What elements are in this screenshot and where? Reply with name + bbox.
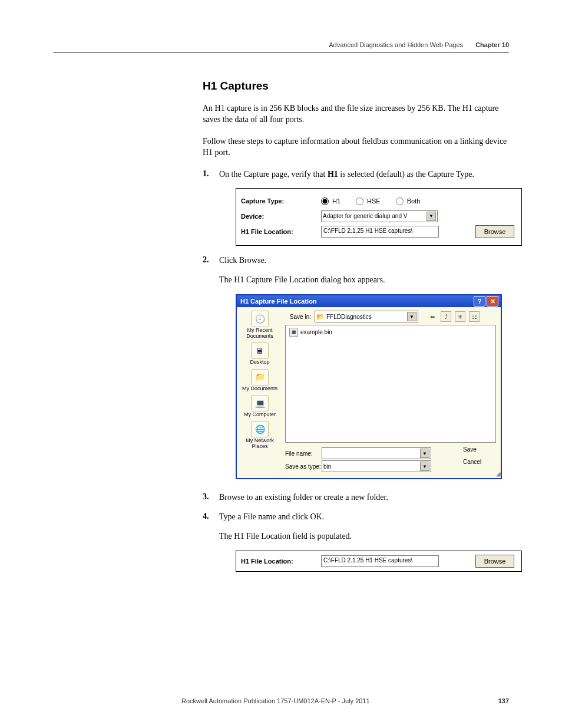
network-icon: 🌐 [251,421,269,437]
step-4: 4. Type a File name and click OK. The H1… [203,512,509,572]
back-icon[interactable]: ⬅ [428,312,437,321]
step-1-text: On the Capture page, verify that H1 is s… [219,169,509,180]
radio-hse-input[interactable] [356,197,363,205]
file-icon: ▦ [289,328,298,337]
up-one-level-icon[interactable]: ⤴ [441,311,451,322]
step-number: 4. [203,512,209,521]
step-number: 1. [203,169,209,179]
dialog-title-text: H1 Capture File Location [240,298,317,305]
section-title: H1 Captures [203,80,509,93]
cancel-button[interactable]: Cancel [463,459,496,469]
computer-icon: 💻 [251,395,269,411]
step-1: 1. On the Capture page, verify that H1 i… [203,169,509,246]
radio-both[interactable]: Both [396,197,421,205]
filename-label: File name: [285,450,322,457]
page-number: 137 [498,697,509,704]
step-number: 2. [203,255,209,265]
publication-info: Rockwell Automation Publication 1757-UM0… [53,697,498,704]
chevron-down-icon: ▼ [420,462,429,471]
device-dropdown[interactable]: Adapter for generic dialup and V ▼ [321,210,438,222]
chevron-down-icon: ▼ [427,212,436,221]
device-label: Device: [241,213,321,220]
save-in-dropdown[interactable]: 📂FFLDDiagnostics ▼ [315,311,418,322]
running-title: Advanced Diagnostics and Hidden Web Page… [329,41,463,48]
place-mynetwork[interactable]: 🌐My Network Places [239,421,280,449]
page-footer: Rockwell Automation Publication 1757-UM0… [53,697,509,704]
intro-paragraph-2: Follow these steps to capture informatio… [203,136,509,159]
step-2-note: The H1 Capture File Location dialog box … [219,275,509,286]
desktop-icon: 🖥 [251,342,269,359]
radio-hse[interactable]: HSE [356,197,381,205]
views-icon[interactable]: ☷ [469,311,480,322]
help-icon[interactable]: ? [474,296,485,307]
new-folder-icon[interactable]: ✳ [455,311,465,322]
step-number: 3. [203,492,209,502]
save-in-label: Save in: [285,314,311,320]
h1-file-location-label-2: H1 File Location: [241,558,321,565]
step-4-text: Type a File name and click OK. [219,512,509,523]
browse-button[interactable]: Browse [475,225,514,238]
radio-h1[interactable]: H1 [321,197,340,205]
place-recent[interactable]: 🕘My Recent Documents [239,311,280,339]
step-2: 2. Click Browse. The H1 Capture File Loc… [203,255,509,479]
capture-settings-panel: Capture Type: H1 HSE Both Device: Adapte… [236,188,522,246]
resize-grip-icon[interactable]: ◢ [496,470,500,477]
h1-file-location-input-2[interactable]: C:\FFLD 2.1.25 H1 HSE captures\ [321,555,439,567]
h1-file-location-label: H1 File Location: [241,228,321,235]
step-3: 3. Browse to an existing folder or creat… [203,492,509,503]
place-mydocs[interactable]: 📁My Documents [239,369,280,391]
recent-icon: 🕘 [251,311,269,327]
radio-both-input[interactable] [396,197,404,205]
file-location-dialog: H1 Capture File Location ? ✕ 🕘My Recent … [236,294,502,479]
save-button[interactable]: Save [463,446,496,457]
h1-file-location-input[interactable]: C:\FFLD 2.1.25 H1 HSE captures\ [321,226,439,238]
save-as-type-dropdown[interactable]: bin ▼ [322,460,431,472]
place-desktop[interactable]: 🖥Desktop [239,342,280,365]
dialog-titlebar: H1 Capture File Location ? ✕ [237,295,501,307]
close-icon[interactable]: ✕ [487,296,498,307]
h1-file-location-panel: H1 File Location: C:\FFLD 2.1.25 H1 HSE … [236,551,522,572]
filename-input[interactable]: ▼ [322,447,431,459]
radio-h1-input[interactable] [321,197,329,205]
place-mycomputer[interactable]: 💻My Computer [239,395,280,417]
step-2-text: Click Browse. [219,255,509,266]
save-as-type-label: Save as type: [285,463,322,470]
step-4-note: The H1 File Location field is populated. [219,531,509,542]
file-list[interactable]: ▦ example.bin [285,325,496,443]
folder-icon: 📂 [316,313,325,320]
list-item[interactable]: ▦ example.bin [289,328,492,337]
step-3-text: Browse to an existing folder or create a… [219,492,509,503]
places-bar: 🕘My Recent Documents 🖥Desktop 📁My Docume… [237,307,283,478]
documents-icon: 📁 [251,369,269,386]
chapter-label: Chapter 10 [475,41,509,48]
chevron-down-icon: ▼ [420,449,429,458]
chevron-down-icon: ▼ [407,312,416,321]
capture-type-label: Capture Type: [241,197,321,205]
intro-paragraph-1: An H1 capture is in 256 KB blocks and th… [203,103,509,126]
browse-button-2[interactable]: Browse [475,555,514,568]
running-header: Advanced Diagnostics and Hidden Web Page… [53,41,509,52]
